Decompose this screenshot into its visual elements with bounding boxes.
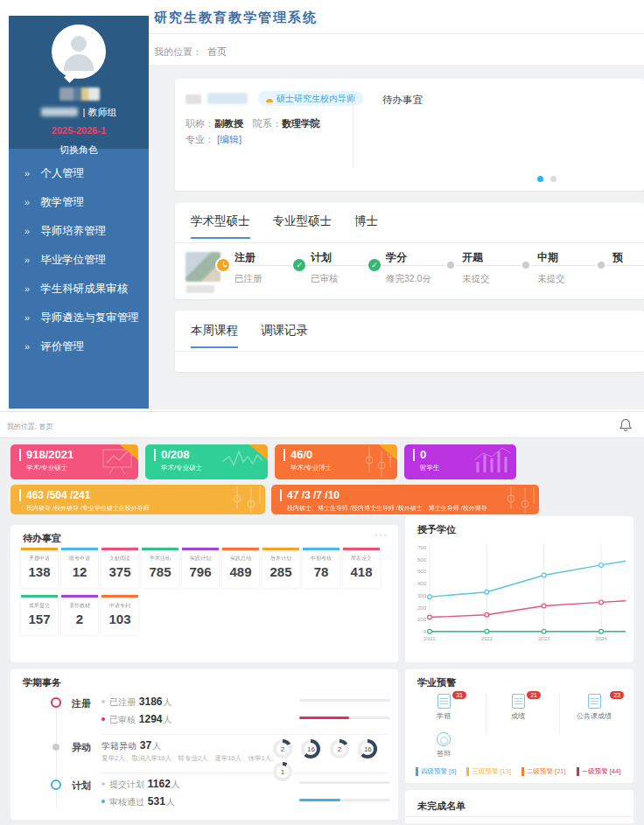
sidebar-item-personal[interactable]: »个人管理	[9, 159, 149, 188]
stat-card-doctoral-mentors[interactable]: 47 /3 /7 /10 校内硕士、博士生导师 /校内博士生导师 /校外硕士、博…	[271, 485, 539, 514]
degree-chart-panel: 授予学位 01002003004005006007002021202220232…	[405, 516, 634, 662]
check-icon: ✓	[293, 259, 305, 271]
register-bar	[299, 717, 390, 719]
warning-item-grades[interactable]: 21 成绩	[492, 694, 544, 721]
node-register: 注册	[72, 697, 91, 710]
more-button[interactable]: ···	[374, 528, 388, 541]
stat-card-master[interactable]: 918/2021 学术/专业硕士	[10, 444, 138, 479]
breadcrumb-small: 我的位置: 首页	[7, 422, 52, 431]
switch-role-link[interactable]: 切换角色	[9, 143, 149, 157]
stat-card-doctor[interactable]: 46/0 学术/专业博士	[275, 444, 397, 479]
panel-title: 授予学位	[417, 523, 456, 536]
stat-label: 学术/专业博士	[284, 464, 388, 472]
top-bar: 我的位置: 首页	[0, 411, 644, 438]
plan-bar-fill	[299, 799, 340, 801]
redacted-name	[41, 108, 78, 116]
node-plan: 计划	[72, 780, 91, 793]
todo-item[interactable]: 发表论文418	[343, 548, 380, 588]
todo-item[interactable]: 实践计划796	[182, 548, 219, 588]
screen-2: 我的位置: 首页 918/2021 学术/专业硕士 0/208 学术/专业硕士 …	[0, 411, 644, 825]
svg-text:100: 100	[417, 617, 427, 622]
todo-item[interactable]: 申请专利103	[102, 595, 138, 635]
tabs-divider	[175, 351, 644, 352]
tab-week-courses[interactable]: 本周课程	[191, 323, 238, 348]
document-icon	[512, 694, 525, 709]
avatar-person-body	[64, 54, 94, 71]
todo-item[interactable]: 实践总结489	[222, 548, 259, 588]
step-plan: ✓ 计划 已审核	[295, 250, 368, 292]
sidebar-item-teaching[interactable]: »教学管理	[9, 188, 149, 217]
step-proposal: 开题 未提交	[446, 250, 520, 292]
stat-card-mentors[interactable]: 463 /504 /241 校内硕导 /校外硕导 /专业学位硕士生校外导师	[10, 485, 265, 514]
user-name-row: | 教师组	[9, 106, 149, 119]
warning-item-defense[interactable]: 答辩	[417, 732, 470, 759]
tab-course-changes[interactable]: 调课记录	[261, 323, 308, 348]
document-icon	[588, 694, 601, 709]
stat-value: 463 /504 /241	[19, 489, 256, 501]
todo-item[interactable]: 开题申请138	[21, 548, 58, 588]
todo-item[interactable]: 成果提交157	[21, 595, 58, 635]
stat-value: 47 /3 /7 /10	[280, 489, 530, 501]
carousel-dot[interactable]	[550, 176, 556, 182]
plan-row-1: 提交计划 1162人	[102, 778, 180, 791]
sidebar-item-evaluation[interactable]: »评价管理	[9, 332, 149, 361]
breadcrumb-current[interactable]: 首页	[207, 46, 227, 57]
warning-item-status[interactable]: 31 学籍	[417, 694, 470, 721]
pending-dot-icon	[598, 262, 605, 269]
edit-major-link[interactable]: [编辑]	[217, 134, 242, 144]
course-card: 本周课程 调课记录	[175, 311, 644, 372]
degree-line-chart: 01002003004005006007002021202220232024	[407, 539, 630, 646]
sidebar-item-graduation-degree[interactable]: »毕业学位管理	[9, 246, 149, 275]
register-row-1: 已注册 3186人	[102, 696, 172, 709]
carousel-dot-active[interactable]	[537, 176, 543, 182]
todo-item[interactable]: 中期考核78	[303, 548, 340, 588]
notification-bell-icon[interactable]	[618, 417, 634, 433]
seal-icon	[437, 732, 451, 746]
sidebar-item-mentor-selection[interactable]: »导师遴选与复审管理	[9, 304, 149, 332]
row-divider	[102, 734, 388, 735]
legend-level-3: 三级预警 [13]	[466, 767, 511, 776]
chevron-right-icon: »	[24, 197, 30, 207]
plan-bar	[299, 799, 390, 801]
todo-item[interactable]: 学术活动785	[142, 548, 178, 588]
tab-academic-master[interactable]: 学术型硕士	[191, 213, 250, 239]
tab-doctor[interactable]: 博士	[354, 213, 378, 239]
carousel-dots	[537, 170, 564, 185]
major-line: 专业： [编辑]	[186, 133, 242, 146]
sidebar-item-research-review[interactable]: »学生科研成果审核	[9, 275, 149, 304]
chevron-right-icon: »	[24, 312, 30, 323]
screen-1: 研究生教育教学管理系统 我的位置：首页 | 教师组 2025-2026-1 切换…	[0, 0, 644, 411]
student-type-tabs: 学术型硕士 专业型硕士 博士	[191, 213, 378, 239]
todo-item[interactable]: 培养计划285	[262, 548, 299, 588]
todo-item[interactable]: 文献阅读375	[102, 548, 138, 588]
todo-item[interactable]: 缓考申请12	[61, 548, 98, 588]
sidebar: | 教师组 2025-2026-1 切换角色 »个人管理 »教学管理 »导师培养…	[9, 16, 149, 409]
breadcrumb-label: 我的位置：	[154, 46, 202, 57]
node-change: 异动	[72, 741, 91, 754]
student-photo	[186, 252, 220, 282]
badge-count: 31	[452, 691, 466, 699]
semester-panel: 学期事务 注册 已注册 3186人 已审核 1294人 异动 学籍异动 37人 …	[10, 669, 398, 820]
legend-level-4: 四级预警 [6]	[416, 767, 456, 776]
school-logo	[60, 87, 100, 101]
svg-text:2024: 2024	[595, 636, 607, 641]
plan-bar-track	[299, 781, 390, 784]
warning-item-public-grades[interactable]: 23 公共课成绩	[561, 694, 627, 721]
svg-text:300: 300	[417, 593, 427, 598]
tab-professional-master[interactable]: 专业型硕士	[273, 213, 332, 239]
todo-item[interactable]: 著作教材2	[61, 595, 98, 635]
column-divider	[559, 694, 560, 736]
stat-card-master-2[interactable]: 0/208 学术/专业硕士	[145, 444, 268, 479]
panel-title: 未完成名单	[417, 800, 466, 813]
dept-value: 数理学院	[282, 118, 320, 129]
vertical-divider	[353, 87, 354, 168]
todo-panel: 待办事宜 ··· 开题申请138 缓考申请12 文献阅读375 学术活动785 …	[10, 525, 398, 662]
change-detail: 复学2人、取消入学16人、转专业2人、退学16人、休学1人。	[102, 754, 278, 763]
bars-decoration-icon	[471, 446, 514, 478]
stat-card-international[interactable]: 0 留学生	[404, 444, 516, 479]
change-donuts: 2 16 2 16 1	[273, 739, 398, 785]
sidebar-item-mentor-training[interactable]: »导师培养管理	[9, 217, 149, 246]
avatar[interactable]	[52, 24, 106, 79]
title-dept-line: 职称：副教授 院系：数理学院	[186, 117, 327, 130]
donut-gauge: 16	[358, 739, 377, 759]
